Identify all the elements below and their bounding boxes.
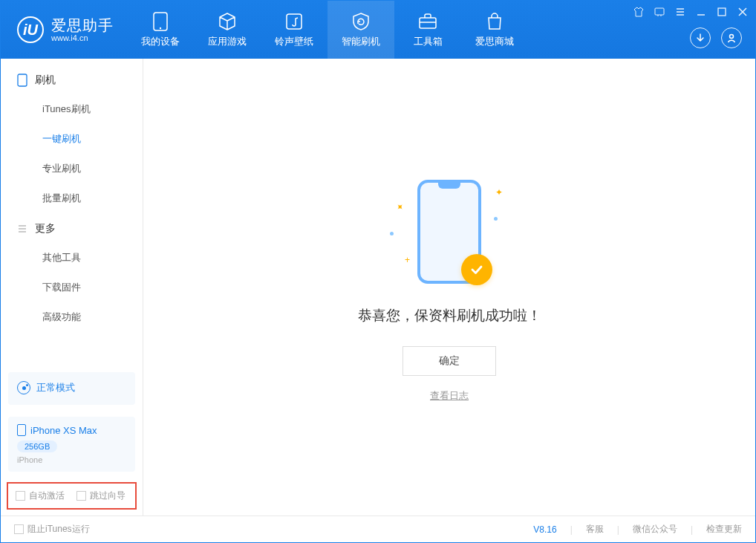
sidebar-item-pro-flash[interactable]: 专业刷机 (1, 154, 143, 183)
spark-icon: ✦ (394, 201, 406, 213)
success-illustration: ✦ ✦ + (382, 172, 516, 291)
toolbox-icon (417, 11, 438, 32)
menu-icon[interactable] (674, 5, 687, 19)
user-icon[interactable] (721, 27, 742, 48)
sidebar-item-batch-flash[interactable]: 批量刷机 (1, 183, 143, 213)
sidebar-scroll: 刷机 iTunes刷机 一键刷机 专业刷机 批量刷机 更多 其他工具 下载固件 … (1, 59, 143, 366)
version-label: V8.16 (533, 524, 556, 535)
mode-icon (17, 381, 30, 394)
checkbox-label: 自动激活 (29, 490, 65, 502)
view-log-link[interactable]: 查看日志 (430, 389, 469, 403)
device-type: iPhone (17, 455, 126, 464)
highlighted-options-box: 自动激活 跳过向导 (7, 482, 137, 510)
skip-guide-checkbox[interactable]: 跳过向导 (76, 490, 126, 502)
checkbox-label: 阻止iTunes运行 (27, 523, 90, 536)
download-icon[interactable] (690, 27, 711, 48)
wechat-link[interactable]: 微信公众号 (633, 523, 677, 536)
nav-tab-store[interactable]: 爱思商城 (461, 1, 528, 59)
sidebar-item-advanced[interactable]: 高级功能 (1, 302, 143, 332)
body: 刷机 iTunes刷机 一键刷机 专业刷机 批量刷机 更多 其他工具 下载固件 … (1, 59, 755, 516)
svg-rect-3 (420, 18, 436, 28)
nav-tab-apps-games[interactable]: 应用游戏 (194, 1, 261, 59)
shopping-bag-icon (484, 11, 505, 32)
nav-label: 智能刷机 (342, 35, 380, 48)
device-info-box[interactable]: iPhone XS Max 256GB iPhone (8, 417, 135, 472)
main-content: ✦ ✦ + 恭喜您，保资料刷机成功啦！ 确定 查看日志 (143, 59, 755, 516)
svg-point-6 (730, 35, 734, 39)
phone-mini-icon (17, 424, 26, 436)
feedback-icon[interactable] (653, 5, 666, 19)
titlebar: iU 爱思助手 www.i4.cn 我的设备 应用游戏 (1, 1, 755, 59)
app-window: iU 爱思助手 www.i4.cn 我的设备 应用游戏 (0, 0, 756, 543)
sidebar-item-itunes-flash[interactable]: iTunes刷机 (1, 94, 143, 124)
checkbox-icon (16, 491, 25, 501)
sidebar-item-download-firmware[interactable]: 下载固件 (1, 273, 143, 302)
nav-label: 我的设备 (141, 35, 180, 48)
cube-icon (217, 11, 238, 32)
device-capacity: 256GB (17, 440, 57, 452)
check-update-link[interactable]: 检查更新 (706, 523, 742, 536)
group-title: 刷机 (35, 74, 56, 87)
support-link[interactable]: 客服 (586, 523, 604, 536)
svg-rect-2 (287, 14, 302, 29)
music-note-icon (284, 11, 304, 32)
logo-area: iU 爱思助手 www.i4.cn (1, 1, 127, 59)
device-icon (150, 11, 171, 32)
sidebar-group-flash: 刷机 (1, 65, 143, 94)
ok-button[interactable]: 确定 (403, 346, 496, 376)
minimize-icon[interactable] (694, 5, 708, 19)
checkbox-label: 跳过向导 (90, 490, 126, 502)
spark-icon: + (405, 255, 410, 265)
nav-tab-ringtones[interactable]: 铃声壁纸 (261, 1, 328, 59)
nav-tab-toolbox[interactable]: 工具箱 (394, 1, 461, 59)
nav-label: 工具箱 (414, 35, 443, 48)
device-name: iPhone XS Max (30, 425, 97, 436)
close-icon[interactable] (736, 5, 749, 19)
maximize-icon[interactable] (715, 5, 729, 19)
header-right-icons (690, 27, 742, 48)
checkbox-icon (76, 491, 86, 501)
window-controls (632, 5, 749, 19)
auto-activate-checkbox[interactable]: 自动激活 (16, 490, 65, 502)
app-url: www.i4.cn (51, 33, 114, 42)
nav-label: 应用游戏 (208, 35, 247, 48)
block-itunes-checkbox[interactable]: 阻止iTunes运行 (14, 523, 90, 536)
dot-icon (494, 217, 498, 221)
sidebar: 刷机 iTunes刷机 一键刷机 专业刷机 批量刷机 更多 其他工具 下载固件 … (1, 59, 143, 516)
nav-label: 爱思商城 (475, 35, 514, 48)
phone-outline-icon (17, 74, 27, 87)
nav-tabs: 我的设备 应用游戏 铃声壁纸 智能刷机 (127, 1, 528, 59)
nav-tab-smart-flash[interactable]: 智能刷机 (328, 1, 394, 59)
dot-icon (390, 232, 394, 235)
nav-label: 铃声壁纸 (275, 35, 313, 48)
tshirt-icon[interactable] (632, 5, 645, 19)
spark-icon: ✦ (495, 187, 503, 198)
refresh-shield-icon (351, 11, 371, 32)
app-title: 爱思助手 www.i4.cn (51, 17, 114, 42)
checkbox-icon (14, 524, 24, 534)
status-right: V8.16 | 客服 | 微信公众号 | 检查更新 (533, 523, 742, 536)
svg-rect-7 (18, 74, 27, 86)
group-title: 更多 (35, 222, 56, 235)
device-mode-box: 正常模式 (8, 372, 135, 405)
nav-tab-my-device[interactable]: 我的设备 (127, 1, 194, 59)
success-message: 恭喜您，保资料刷机成功啦！ (358, 306, 541, 325)
device-name-row: iPhone XS Max (17, 424, 126, 436)
sidebar-item-other-tools[interactable]: 其他工具 (1, 243, 143, 273)
svg-rect-4 (655, 8, 664, 15)
list-icon (17, 224, 27, 234)
app-logo-icon: iU (17, 16, 44, 43)
statusbar: 阻止iTunes运行 V8.16 | 客服 | 微信公众号 | 检查更新 (1, 516, 755, 542)
svg-rect-5 (718, 8, 726, 16)
sidebar-item-oneclick-flash[interactable]: 一键刷机 (1, 124, 143, 154)
app-name: 爱思助手 (51, 17, 114, 33)
device-mode-row[interactable]: 正常模式 (17, 380, 126, 397)
svg-point-1 (160, 27, 161, 29)
device-mode-label: 正常模式 (36, 381, 75, 394)
sidebar-group-more: 更多 (1, 213, 143, 243)
success-check-icon (461, 254, 492, 285)
